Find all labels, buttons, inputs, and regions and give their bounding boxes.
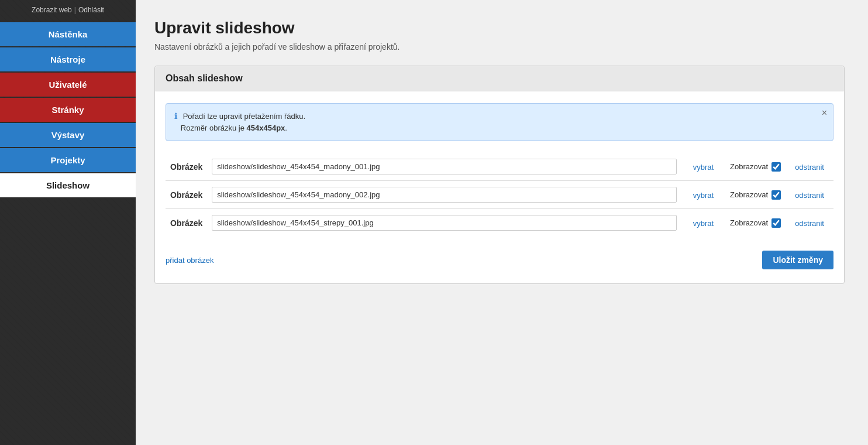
odhlasit-link[interactable]: Odhlásit — [78, 6, 104, 14]
file-input-1[interactable] — [212, 187, 676, 203]
zobrazovat-checkbox-2[interactable] — [771, 218, 781, 228]
page-title: Upravit slideshow — [154, 19, 845, 37]
sidebar: Zobrazit web | Odhlásit Nástěnka Nástroj… — [0, 0, 136, 445]
zobrazovat-cell-1: Zobrazovat — [725, 181, 786, 209]
row-label-1: Obrázek — [166, 181, 207, 209]
table-row: Obrázek vybrat Zobrazovat odstranit — [166, 153, 833, 181]
vybrat-cell-2: vybrat — [681, 209, 725, 237]
row-input-cell-1 — [207, 181, 681, 209]
zobrazit-web-link[interactable]: Zobrazit web — [32, 6, 72, 14]
info-icon: ℹ — [174, 111, 177, 122]
table-row: Obrázek vybrat Zobrazovat odstranit — [166, 181, 833, 209]
card-header: Obsah slideshow — [155, 66, 844, 91]
sidebar-item-slideshow[interactable]: Slideshow — [0, 173, 136, 197]
sidebar-item-stranky[interactable]: Stránky — [0, 98, 136, 122]
page-subtitle: Nastavení obrázků a jejich pořadí ve sli… — [154, 42, 845, 52]
vybrat-cell-0: vybrat — [681, 153, 725, 181]
card-footer: přidat obrázek Uložit změny — [166, 246, 833, 272]
zobrazovat-checkbox-1[interactable] — [771, 190, 781, 200]
alert-size: 454x454px — [247, 124, 285, 132]
alert-line2-pre: Rozměr obrázku je — [181, 124, 247, 132]
odstranit-link-0[interactable]: odstranit — [790, 163, 829, 172]
sep: | — [74, 6, 76, 14]
row-input-cell-2 — [207, 209, 681, 237]
slideshow-card: Obsah slideshow ℹ Pořadí lze upravit pře… — [154, 66, 845, 284]
file-input-0[interactable] — [212, 159, 676, 174]
odstranit-link-1[interactable]: odstranit — [790, 191, 829, 200]
sidebar-item-projekty[interactable]: Projekty — [0, 148, 136, 172]
sidebar-item-vystavy[interactable]: Výstavy — [0, 123, 136, 147]
zobrazovat-cell-2: Zobrazovat — [725, 209, 786, 237]
row-label-0: Obrázek — [166, 153, 207, 181]
alert-line1: Pořadí lze upravit přetažením řádku. — [183, 112, 306, 121]
table-row: Obrázek vybrat Zobrazovat odstranit — [166, 209, 833, 237]
zobrazovat-label-2: Zobrazovat — [730, 218, 768, 227]
image-table: Obrázek vybrat Zobrazovat odstranit Obrá… — [166, 153, 833, 237]
save-button[interactable]: Uložit změny — [762, 251, 833, 269]
sidebar-top-links: Zobrazit web | Odhlásit — [0, 0, 136, 22]
odstranit-cell-2: odstranit — [786, 209, 833, 237]
alert-close-button[interactable]: × — [822, 108, 827, 118]
alert-line2-post: . — [285, 124, 287, 132]
sidebar-item-nastroje[interactable]: Nástroje — [0, 47, 136, 71]
card-body: ℹ Pořadí lze upravit přetažením řádku. R… — [155, 91, 844, 283]
odstranit-cell-1: odstranit — [786, 181, 833, 209]
main-content: Upravit slideshow Nastavení obrázků a je… — [136, 0, 868, 445]
zobrazovat-label-1: Zobrazovat — [730, 190, 768, 199]
odstranit-cell-0: odstranit — [786, 153, 833, 181]
vybrat-link-2[interactable]: vybrat — [686, 219, 721, 228]
vybrat-link-0[interactable]: vybrat — [686, 163, 721, 172]
zobrazovat-label-0: Zobrazovat — [730, 162, 768, 171]
vybrat-link-1[interactable]: vybrat — [686, 191, 721, 200]
sidebar-item-uzivatele[interactable]: Uživatelé — [0, 73, 136, 97]
info-alert: ℹ Pořadí lze upravit přetažením řádku. R… — [166, 103, 833, 141]
zobrazovat-cell-0: Zobrazovat — [725, 153, 786, 181]
row-label-2: Obrázek — [166, 209, 207, 237]
row-input-cell-0 — [207, 153, 681, 181]
file-input-2[interactable] — [212, 215, 676, 231]
vybrat-cell-1: vybrat — [681, 181, 725, 209]
odstranit-link-2[interactable]: odstranit — [790, 219, 829, 228]
zobrazovat-checkbox-0[interactable] — [771, 162, 781, 172]
add-image-link[interactable]: přidat obrázek — [166, 256, 213, 265]
sidebar-item-nastенка[interactable]: Nástěnka — [0, 22, 136, 46]
